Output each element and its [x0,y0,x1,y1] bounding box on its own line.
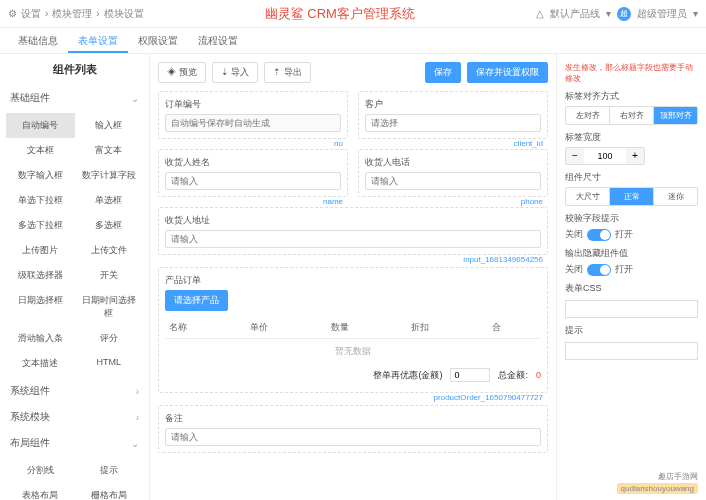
consignee-input[interactable] [165,172,341,190]
comp-9[interactable]: 多选框 [75,213,144,238]
comp-11[interactable]: 上传文件 [75,238,144,263]
layout-2[interactable]: 表格布局 [6,483,75,500]
group-basic[interactable]: 基础组件⌄ [0,85,149,111]
comp-12[interactable]: 级联选择器 [6,263,75,288]
gear-icon: ⚙ [8,8,17,19]
preview-button[interactable]: ◈ 预览 [158,62,206,83]
size-group: 大尺寸 正常 迷你 [565,187,698,206]
tip-input[interactable] [565,342,698,360]
chevron-right-icon: › [136,386,139,397]
comp-6[interactable]: 单选下拉框 [6,188,75,213]
layout-3[interactable]: 栅格布局 [75,483,144,500]
comp-10[interactable]: 上传图片 [6,238,75,263]
group-sys-mod[interactable]: 系统模块› [0,404,149,430]
size-large[interactable]: 大尺寸 [566,188,610,205]
breadcrumb: ⚙ 设置› 模块管理› 模块设置 [8,7,144,21]
total-amount: 0 [536,370,541,380]
field-consignee[interactable]: 收货人姓名 name [158,149,348,197]
tab-permission[interactable]: 权限设置 [128,28,188,53]
canvas: ◈ 预览 ⇣ 导入 ⇡ 导出 保存 保存并设置权限 订单编号 no 客户 cli… [150,54,556,500]
align-group: 左对齐 右对齐 顶部对齐 [565,106,698,125]
layout-grid: 分割线提示表格布局栅格布局 [0,456,149,500]
customer-select[interactable] [365,114,541,132]
chevron-right-icon: › [136,412,139,423]
align-top[interactable]: 顶部对齐 [654,107,697,124]
field-products[interactable]: 产品订单 请选择产品 名称单价数量折扣合 暂无数据 整单再优惠(金额) 总金额:… [158,267,548,393]
warning-text: 发生修改，那么标题字段也需要手动修改 [565,62,698,84]
import-button[interactable]: ⇣ 导入 [212,62,259,83]
product-line-select[interactable]: 默认产品线 [550,7,600,21]
component-panel: 组件列表 基础组件⌄ 自动编号输入框文本框富文本数字输入框数字计算字段单选下拉框… [0,54,150,500]
layout-0[interactable]: 分割线 [6,458,75,483]
comp-5[interactable]: 数字计算字段 [75,163,144,188]
tab-form[interactable]: 表单设置 [68,28,128,53]
app-title: 幽灵鲨 CRM客户管理系统 [144,5,536,23]
width-input[interactable] [584,151,626,161]
comp-16[interactable]: 滑动输入条 [6,326,75,351]
comp-2[interactable]: 文本框 [6,138,75,163]
watermark-sub: qudianshouyouwang [617,483,698,494]
select-product-button[interactable]: 请选择产品 [165,290,228,311]
export-button[interactable]: ⇡ 导出 [264,62,311,83]
width-plus[interactable]: + [626,148,644,164]
comp-17[interactable]: 评分 [75,326,144,351]
avatar[interactable]: 超 [617,7,631,21]
table-empty: 暂无数据 [165,339,541,365]
comp-19[interactable]: HTML [75,351,144,376]
comp-7[interactable]: 单选框 [75,188,144,213]
hidden-switch[interactable] [587,264,611,276]
order-no-input[interactable] [165,114,341,132]
comp-4[interactable]: 数字输入框 [6,163,75,188]
layout-1[interactable]: 提示 [75,458,144,483]
width-stepper: − + [565,147,645,165]
comp-0[interactable]: 自动编号 [6,113,75,138]
group-layout[interactable]: 布局组件⌄ [0,430,149,456]
address-input[interactable] [165,230,541,248]
tab-flow[interactable]: 流程设置 [188,28,248,53]
comp-14[interactable]: 日期选择框 [6,288,75,326]
user-name[interactable]: 超级管理员 [637,7,687,21]
comp-8[interactable]: 多选下拉框 [6,213,75,238]
field-remark[interactable]: 备注 [158,405,548,453]
phone-input[interactable] [365,172,541,190]
size-mini[interactable]: 迷你 [654,188,697,205]
comp-3[interactable]: 富文本 [75,138,144,163]
main-tabs: 基础信息 表单设置 权限设置 流程设置 [0,28,706,54]
chevron-down-icon: ⌄ [131,438,139,449]
align-left[interactable]: 左对齐 [566,107,610,124]
size-normal[interactable]: 正常 [610,188,654,205]
product-table: 名称单价数量折扣合 暂无数据 [165,317,541,364]
group-sys-comp[interactable]: 系统组件› [0,378,149,404]
save-perm-button[interactable]: 保存并设置权限 [467,62,548,83]
comp-15[interactable]: 日期时间选择框 [75,288,144,326]
valid-switch[interactable] [587,229,611,241]
align-right[interactable]: 右对齐 [610,107,654,124]
comp-18[interactable]: 文本描述 [6,351,75,376]
css-input[interactable] [565,300,698,318]
discount-input[interactable] [450,368,490,382]
notification-icon[interactable]: △ [536,8,544,19]
comp-1[interactable]: 输入框 [75,113,144,138]
field-address[interactable]: 收货人地址 input_1681349654256 [158,207,548,255]
property-panel: 发生修改，那么标题字段也需要手动修改 标签对齐方式 左对齐 右对齐 顶部对齐 标… [556,54,706,500]
chevron-down-icon: ⌄ [131,93,139,104]
remark-input[interactable] [165,428,541,446]
width-minus[interactable]: − [566,148,584,164]
field-order-no[interactable]: 订单编号 no [158,91,348,139]
field-phone[interactable]: 收货人电话 phone [358,149,548,197]
tab-basic[interactable]: 基础信息 [8,28,68,53]
basic-grid: 自动编号输入框文本框富文本数字输入框数字计算字段单选下拉框单选框多选下拉框多选框… [0,111,149,378]
watermark-text: 趣店手游网 [658,471,698,482]
save-button[interactable]: 保存 [425,62,461,83]
comp-13[interactable]: 开关 [75,263,144,288]
field-customer[interactable]: 客户 client_id [358,91,548,139]
panel-title: 组件列表 [0,54,149,85]
